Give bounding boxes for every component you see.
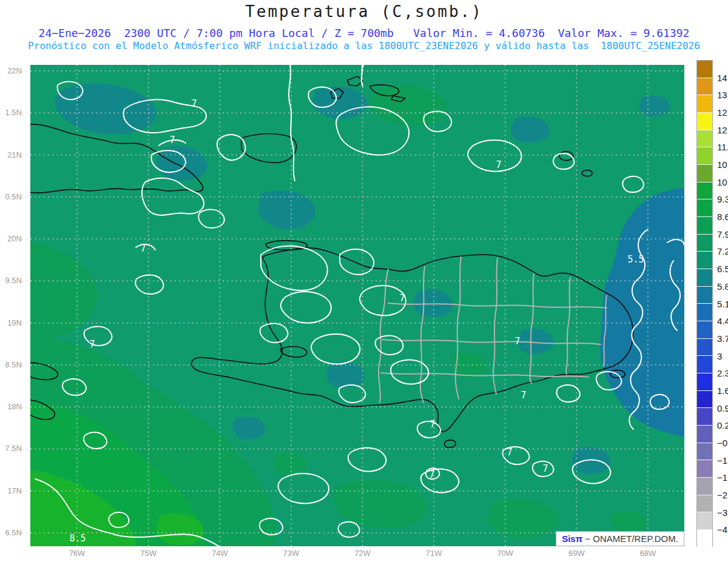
colorbar-tick-label: 3: [717, 351, 722, 361]
colorbar-segment: [697, 391, 712, 409]
colorbar-tick-label: 11.4: [717, 142, 728, 152]
colorbar-tick-label: 14.2: [717, 73, 728, 83]
colorbar-tick-label: 10.7: [717, 159, 728, 170]
colorbar-segment: [697, 408, 712, 426]
contour-value-label: 7: [399, 293, 405, 304]
colorbar-tick-label: −1.9: [717, 472, 728, 483]
colorbar-segment: [697, 495, 712, 513]
contour-value-label: 7: [430, 419, 435, 430]
colorbar-tick-label: −2.6: [717, 490, 728, 500]
colorbar-tick-label: 7.2: [717, 246, 728, 256]
colorbar-tick-label: −3.3: [717, 507, 728, 518]
colorbar-tick-label: 4.4: [717, 316, 728, 326]
colorbar-tick-label: 12.1: [717, 125, 728, 135]
contour-value-label: 7: [542, 463, 548, 474]
colorbar-tick-label: −1.2: [717, 455, 728, 466]
colorbar-segment: [697, 199, 712, 217]
colorbar-segment: [697, 130, 712, 148]
colorbar-segment: [697, 269, 712, 287]
colorbar-tick-label: 1.6: [717, 386, 728, 396]
colorbar-segment: [697, 443, 712, 461]
colorbar-tick-label: 6.5: [717, 264, 728, 274]
colorbar-tick-label: 12.8: [717, 107, 728, 118]
contour-value-label: 7: [359, 62, 365, 73]
colorbar-segment: [697, 339, 712, 356]
colorbar-segment: [697, 182, 712, 200]
colorbar-tick-label: 5.1: [717, 299, 728, 309]
colorbar-segment: [697, 147, 712, 165]
colorbar-segment: [697, 61, 712, 78]
colorbar-segment: [697, 304, 712, 321]
contour-value-label: 7: [429, 469, 434, 480]
colorbar-segment: [697, 530, 712, 547]
colorbar-segment: [697, 113, 712, 130]
contour-value-label: 8.5: [69, 533, 86, 544]
colorbar-tick-label: 9.3: [717, 194, 728, 204]
contour-value-label: 7: [169, 135, 175, 146]
temperature-map: 77777777777775.58.5: [0, 0, 728, 562]
contour-value-label: 5.5: [627, 254, 644, 265]
colorbar-tick-label: 3.7: [717, 333, 728, 344]
colorbar-segment: [697, 373, 712, 391]
colorbar-segment: [697, 78, 712, 96]
watermark-box: Sisπ − ONAMET/REP.DOM.: [556, 531, 684, 546]
colorbar-segment: [697, 512, 712, 530]
colorbar-tick-label: 13.5: [717, 90, 728, 100]
colorbar-segment: [697, 217, 712, 235]
contour-value-label: 7: [514, 336, 520, 347]
colorbar-segment: [697, 460, 712, 478]
contour-value-label: 7: [89, 339, 95, 350]
colorbar-tick-label: 10: [717, 177, 727, 187]
colorbar-tick-label: −4: [717, 524, 727, 535]
contour-value-label: 7: [521, 390, 526, 401]
colorbar-segment: [697, 165, 712, 182]
colorbar-tick-label: −0.5: [717, 438, 728, 448]
watermark-org: ONAMET/REP.DOM.: [593, 534, 678, 544]
watermark-separator: −: [582, 534, 593, 544]
contour-value-label: 7: [496, 159, 501, 170]
colorbar-segment: [697, 235, 712, 252]
colorbar-tick-label: 2.3: [717, 368, 728, 378]
colorbar-tick-label: 7.9: [717, 229, 728, 239]
colorbar-segment: [697, 287, 712, 304]
contour-value-label: 7: [140, 243, 146, 254]
colorbar-segment: [697, 356, 712, 373]
colorbar-tick-label: 5.8: [717, 281, 728, 292]
colorbar-segment: [697, 321, 712, 339]
colorbar-tick-label: 8.6: [717, 212, 728, 222]
colorbar-tick-label: 0.2: [717, 420, 728, 430]
colorbar-segment: [697, 252, 712, 269]
colorbar-tick-label: 0.9: [717, 403, 728, 413]
temperature-fill-layer: [30, 65, 684, 546]
colorbar-segment: [697, 95, 712, 113]
colorbar-segment: [697, 478, 712, 495]
contour-value-label: 7: [191, 98, 197, 109]
colorbar-segment: [697, 426, 712, 443]
colorbar: [696, 60, 713, 547]
contour-value-label: 7: [507, 447, 512, 458]
weather-map-page: Temperatura (C,somb.) 24−Ene−2026 2300 U…: [0, 0, 728, 562]
watermark-brand: Sisπ: [562, 534, 582, 544]
